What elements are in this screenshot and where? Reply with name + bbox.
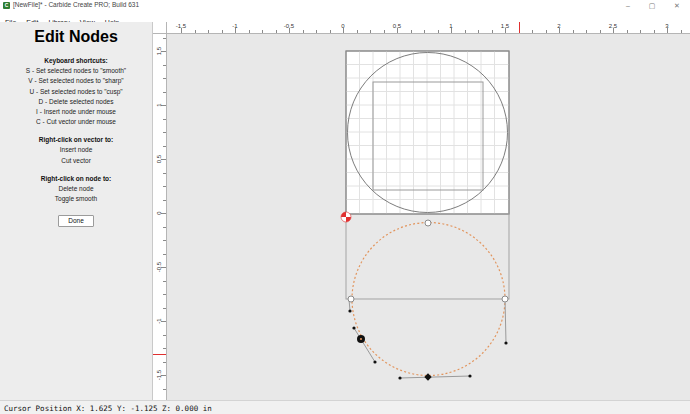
ruler-tick — [163, 132, 166, 133]
ruler-tick — [163, 335, 166, 336]
ruler-label: 0 — [341, 23, 344, 29]
ruler-tick — [640, 30, 641, 33]
ruler-tick — [163, 200, 166, 201]
minimize-icon[interactable]: – — [617, 0, 639, 11]
ruler-tick — [163, 173, 166, 174]
ruler-tick — [316, 30, 317, 33]
ruler-label: 1.5 — [501, 23, 509, 29]
ruler-label: -0.5 — [156, 261, 162, 273]
ruler-tick — [357, 30, 358, 33]
ruler-tick — [222, 30, 223, 33]
ruler-horizontal: -1.5-1-0.500.511.522.53 — [167, 22, 690, 34]
ruler-tick — [262, 30, 263, 33]
ruler-tick — [163, 186, 166, 187]
bezier-handle-line — [505, 299, 506, 343]
cursor-x-marker — [519, 22, 520, 34]
done-button[interactable]: Done — [58, 215, 94, 227]
selected-node-center — [360, 338, 362, 340]
ruler-label: -1 — [156, 315, 162, 327]
ruler-tick — [654, 30, 655, 33]
shortcut-line: S - Set selected nodes to "smooth" — [0, 67, 152, 74]
ruler-label: 1.5 — [156, 45, 162, 57]
section-heading: Right-click on vector to: — [0, 136, 152, 143]
title-bar: C [NewFile]* - Carbide Create PRO; Build… — [0, 0, 690, 11]
ruler-label: -0.5 — [284, 23, 294, 29]
app-icon: C — [3, 2, 10, 9]
shortcut-line: U - Set selected nodes to "cusp" — [0, 88, 152, 95]
ruler-tick — [411, 30, 412, 33]
ruler-tick — [163, 92, 166, 93]
ruler-label: 0.5 — [156, 153, 162, 165]
rectangle-vector[interactable] — [346, 214, 509, 299]
drawing-canvas[interactable] — [167, 34, 690, 400]
shortcut-line: Cut vector — [0, 157, 152, 164]
ruler-label: 2 — [557, 23, 560, 29]
ruler-tick — [492, 30, 493, 33]
ruler-tick — [573, 30, 574, 33]
window-title: [NewFile]* - Carbide Create PRO; Build 6… — [13, 1, 139, 8]
ruler-tick — [600, 30, 601, 33]
cursor-position-readout: Cursor Position X: 1.625 Y: -1.125 Z: 0.… — [4, 404, 212, 413]
bezier-handle-dot[interactable] — [373, 360, 376, 363]
ruler-label: 0.5 — [393, 23, 401, 29]
ruler-tick — [163, 362, 166, 363]
ruler-tick — [163, 240, 166, 241]
ruler-tick — [532, 30, 533, 33]
ruler-tick — [163, 348, 166, 349]
bezier-handle-line — [354, 328, 375, 362]
ruler-label: -1.5 — [176, 23, 186, 29]
app-window: C [NewFile]* - Carbide Create PRO; Build… — [0, 0, 690, 414]
ruler-tick — [163, 38, 166, 39]
ruler-tick — [163, 389, 166, 390]
ruler-tick — [586, 30, 587, 33]
ruler-tick — [163, 78, 166, 79]
node-marker[interactable] — [348, 296, 354, 302]
ruler-tick — [163, 146, 166, 147]
ruler-tick — [384, 30, 385, 33]
bezier-handle-dot[interactable] — [352, 326, 355, 329]
ruler-tick — [249, 30, 250, 33]
shortcut-line: Toggle smooth — [0, 195, 152, 202]
menu-bar: FileEditLibraryViewHelp — [0, 11, 690, 22]
bezier-handle-dot[interactable] — [504, 341, 507, 344]
ruler-tick — [163, 294, 166, 295]
ruler-tick — [681, 30, 682, 33]
ruler-tick — [163, 65, 166, 66]
node-marker[interactable] — [425, 220, 431, 226]
shortcut-line: Insert node — [0, 146, 152, 153]
node-marker-diamond[interactable] — [424, 373, 431, 380]
origin-marker-quadrant — [346, 217, 351, 222]
ruler-vertical: 1.510.50-0.5-1-1.5 — [153, 34, 167, 400]
ruler-tick — [370, 30, 371, 33]
shortcut-line: I - Insert node under mouse — [0, 108, 152, 115]
maximize-icon[interactable]: ▢ — [641, 0, 663, 11]
node-marker[interactable] — [502, 296, 508, 302]
ruler-tick — [627, 30, 628, 33]
ruler-tick — [208, 30, 209, 33]
section-heading: Right-click on node to: — [0, 175, 152, 182]
bezier-handle-dot[interactable] — [348, 309, 351, 312]
ruler-tick — [478, 30, 479, 33]
bezier-handle-dot[interactable] — [398, 376, 401, 379]
ruler-label: 0 — [156, 207, 162, 219]
ruler-tick — [424, 30, 425, 33]
ruler-tick — [303, 30, 304, 33]
ruler-tick — [163, 119, 166, 120]
ruler-tick — [195, 30, 196, 33]
ruler-label: 1 — [449, 23, 452, 29]
shortcut-line: V - Set selected nodes to "sharp" — [0, 77, 152, 84]
ruler-tick — [546, 30, 547, 33]
ruler-label: -1.5 — [156, 369, 162, 381]
origin-marker-quadrant — [341, 212, 346, 217]
bezier-handle-line — [400, 376, 470, 378]
ruler-tick — [465, 30, 466, 33]
ruler-label: -1 — [232, 23, 237, 29]
bezier-handle-dot[interactable] — [468, 374, 471, 377]
ruler-tick — [163, 281, 166, 282]
ruler-tick — [276, 30, 277, 33]
section-heading: Keyboard shortcuts: — [0, 57, 152, 64]
ruler-tick — [163, 308, 166, 309]
close-icon[interactable]: ✕ — [666, 0, 688, 11]
ruler-label: 3 — [665, 23, 668, 29]
ruler-corner — [153, 22, 167, 34]
